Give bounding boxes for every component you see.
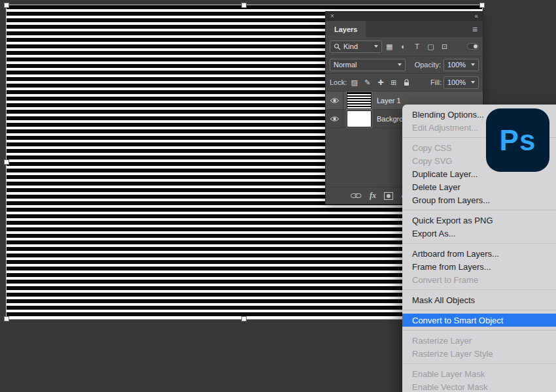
lock-label: Lock: <box>330 78 347 86</box>
collapse-panels-icon[interactable]: « <box>474 13 478 20</box>
menu-separator <box>402 310 556 310</box>
menu-item-convert-to-frame: Convert to Frame <box>402 273 556 286</box>
panel-tab-bar: Layers ≡ <box>326 21 483 37</box>
layer-style-fx-icon[interactable]: fx <box>370 191 376 201</box>
menu-item-rasterize-layer: Rasterize Layer <box>402 334 556 347</box>
photoshop-workspace: × « Layers ≡ Kind ▦ ◐ T ▢ ⊡ <box>0 0 556 392</box>
tab-layers[interactable]: Layers <box>326 21 366 37</box>
layer-filtering-toggle[interactable] <box>467 43 479 50</box>
lock-position-icon[interactable]: ✚ <box>375 77 386 88</box>
menu-item-frame-from-layers[interactable]: Frame from Layers... <box>402 260 556 273</box>
filter-adjustment-layers-icon[interactable]: ◐ <box>397 41 409 52</box>
menu-separator <box>402 243 556 244</box>
menu-separator <box>402 363 556 364</box>
visibility-toggle[interactable] <box>326 110 343 127</box>
opacity-label: Opacity: <box>415 61 441 69</box>
menu-item-quick-export-as-png[interactable]: Quick Export as PNG <box>402 214 556 227</box>
transform-handle-top-left[interactable] <box>4 3 9 8</box>
add-layer-mask-icon[interactable] <box>384 192 393 200</box>
menu-item-mask-all-objects[interactable]: Mask All Objects <box>402 293 556 306</box>
link-layers-icon[interactable] <box>351 193 362 199</box>
chevron-down-icon <box>374 45 378 48</box>
eye-icon <box>330 116 339 122</box>
opacity-value: 100% <box>447 61 466 69</box>
eye-icon <box>330 97 339 104</box>
menu-item-artboard-from-layers[interactable]: Artboard from Layers... <box>402 247 556 260</box>
menu-item-enable-layer-mask: Enable Layer Mask <box>402 367 556 380</box>
menu-separator <box>402 330 556 331</box>
blend-mode-select[interactable]: Normal <box>330 59 406 71</box>
fill-label: Fill: <box>430 78 442 86</box>
menu-item-group-from-layers[interactable]: Group from Layers... <box>402 193 556 206</box>
panel-menu-icon[interactable]: ≡ <box>467 21 483 37</box>
close-panel-icon[interactable]: × <box>330 13 334 20</box>
menu-separator <box>402 289 556 290</box>
fill-value: 100% <box>447 78 466 86</box>
chevron-down-icon <box>471 81 475 84</box>
lock-paint-icon[interactable]: ✎ <box>362 77 373 88</box>
transform-handle-top-middle[interactable] <box>241 3 247 8</box>
menu-item-export-as[interactable]: Export As... <box>402 227 556 240</box>
photoshop-logo-text: Ps <box>500 124 536 157</box>
layer-filter-row: Kind ▦ ◐ T ▢ ⊡ <box>326 37 483 56</box>
padlock-icon <box>404 79 409 86</box>
layer-thumbnail[interactable] <box>347 110 372 127</box>
filter-type-layers-icon[interactable]: T <box>411 41 423 52</box>
menu-item-delete-layer[interactable]: Delete Layer <box>402 180 556 193</box>
photoshop-logo-badge: Ps <box>486 108 549 172</box>
chevron-down-icon <box>471 63 475 66</box>
lock-transparency-icon[interactable]: ▨ <box>349 77 360 88</box>
menu-item-rasterize-layer-style: Rasterize Layer Style <box>402 347 556 360</box>
tab-bar-spacer <box>366 21 466 37</box>
menu-item-enable-vector-mask: Enable Vector Mask <box>402 380 556 392</box>
menu-item-convert-to-smart-object[interactable]: Convert to Smart Object <box>402 314 556 327</box>
layer-name[interactable]: Layer 1 <box>377 97 401 105</box>
lock-artboard-icon[interactable]: ⊞ <box>388 77 399 88</box>
filter-pixel-layers-icon[interactable]: ▦ <box>383 41 396 52</box>
transform-handle-bottom-middle[interactable] <box>241 316 247 321</box>
transform-handle-top-right[interactable] <box>479 3 485 8</box>
transform-handle-middle-left[interactable] <box>4 159 9 165</box>
search-icon <box>334 43 341 50</box>
layer-thumbnail[interactable] <box>347 92 372 109</box>
transform-handle-bottom-left[interactable] <box>4 316 9 321</box>
filter-smart-objects-icon[interactable]: ⊡ <box>438 41 451 52</box>
filter-kind-select[interactable]: Kind <box>330 41 382 53</box>
filter-shape-layers-icon[interactable]: ▢ <box>425 41 437 52</box>
filter-kind-label: Kind <box>343 42 358 50</box>
tab-layers-label: Layers <box>334 25 357 33</box>
visibility-toggle[interactable] <box>326 91 343 109</box>
opacity-select[interactable]: 100% <box>443 59 479 71</box>
fill-select[interactable]: 100% <box>443 76 479 89</box>
lock-fill-row: Lock: ▨ ✎ ✚ ⊞ Fill: 100% <box>326 74 483 91</box>
menu-separator <box>402 210 556 210</box>
blend-opacity-row: Normal Opacity: 100% <box>326 56 483 74</box>
lock-all-icon[interactable] <box>401 77 412 88</box>
panel-chrome-bar: × « <box>326 12 483 21</box>
blend-mode-value: Normal <box>334 61 356 69</box>
chevron-down-icon <box>398 63 402 66</box>
